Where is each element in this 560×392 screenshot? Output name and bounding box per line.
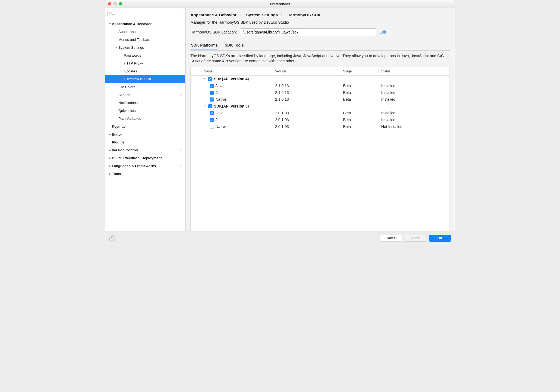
sdk-row-status: Installed bbox=[379, 90, 450, 95]
sidebar-item-label: Path Variables bbox=[118, 117, 141, 121]
sidebar-item-label: Plugins bbox=[112, 140, 125, 144]
sdk-group-row[interactable]: ▼SDK(API Version 4) bbox=[191, 76, 450, 82]
sdk-row-status: Installed bbox=[379, 111, 450, 115]
breadcrumb-segment[interactable]: System Settings bbox=[246, 13, 278, 17]
sidebar-item-label: File Colors bbox=[118, 85, 135, 89]
sidebar-item-system-settings[interactable]: ▼System Settings bbox=[105, 44, 185, 51]
sidebar-item-updates[interactable]: Updates bbox=[105, 67, 185, 75]
sdk-group-checkbox[interactable] bbox=[208, 77, 212, 81]
sdk-location-label: HarmonyOS SDK Location: bbox=[190, 30, 237, 34]
chevron-right-icon[interactable]: ▶ bbox=[108, 157, 112, 160]
help-button[interactable]: ? bbox=[109, 235, 115, 241]
sdk-row-name: Java bbox=[216, 111, 224, 115]
sidebar-item-file-colors[interactable]: File Colors⧉ bbox=[105, 83, 185, 91]
sidebar-item-http-proxy[interactable]: HTTP Proxy bbox=[105, 59, 185, 67]
dialog-footer: ? Cancel Apply OK bbox=[105, 231, 455, 245]
chevron-down-icon[interactable]: ▼ bbox=[115, 46, 118, 49]
copy-settings-icon[interactable]: ⧉ bbox=[180, 148, 183, 152]
sidebar-item-label: Quick Lists bbox=[118, 109, 136, 113]
sdk-row-stage: Beta bbox=[340, 84, 379, 88]
sdk-row-checkbox[interactable] bbox=[210, 97, 214, 102]
sidebar-item-notifications[interactable]: Notifications bbox=[105, 99, 185, 107]
sdk-row-checkbox[interactable] bbox=[210, 118, 214, 122]
tab-sdk-tools[interactable]: SDK Tools bbox=[224, 41, 244, 50]
preferences-window: Preferences ▾ ▼Appearance & BehaviorAppe… bbox=[105, 0, 455, 245]
breadcrumb-segment[interactable]: Appearance & Behavior bbox=[190, 13, 236, 17]
sdk-row[interactable]: Js2.0.1.93BetaInstalled bbox=[191, 117, 450, 123]
sdk-row[interactable]: Native2.1.0.13BetaInstalled bbox=[191, 96, 450, 103]
sidebar-item-plugins[interactable]: Plugins bbox=[105, 138, 185, 146]
apply-button[interactable]: Apply bbox=[405, 235, 426, 242]
sidebar-item-editor[interactable]: ▶Editor bbox=[105, 130, 185, 138]
chevron-right-icon[interactable]: ▶ bbox=[108, 172, 112, 175]
copy-settings-icon[interactable]: ⧉ bbox=[180, 85, 183, 89]
search-input[interactable] bbox=[107, 10, 183, 17]
sdk-row[interactable]: Js2.1.0.13BetaInstalled bbox=[191, 89, 450, 96]
chevron-down-icon[interactable]: ▼ bbox=[203, 78, 207, 80]
sidebar-item-keymap[interactable]: Keymap bbox=[105, 122, 185, 130]
col-name: Name bbox=[191, 67, 272, 75]
sidebar-item-version-control[interactable]: ▶Version Control⧉ bbox=[105, 146, 185, 154]
sidebar-item-label: Updates bbox=[124, 69, 137, 73]
chevron-right-icon[interactable]: ▶ bbox=[108, 164, 112, 167]
svg-line-1 bbox=[112, 14, 113, 15]
sdk-row-name: Js bbox=[216, 90, 219, 95]
sdk-group-name: SDK(API Version 4) bbox=[214, 77, 249, 81]
sidebar-item-path-variables[interactable]: Path Variables bbox=[105, 115, 185, 122]
sdk-tabs: SDK Platforms SDK Tools bbox=[190, 41, 450, 51]
ok-button[interactable]: OK bbox=[429, 235, 451, 242]
sdk-row-checkbox[interactable] bbox=[210, 84, 214, 88]
sdk-row-version: 2.0.1.93 bbox=[272, 111, 340, 115]
chevron-down-icon[interactable]: ▼ bbox=[203, 105, 207, 108]
cancel-button[interactable]: Cancel bbox=[380, 235, 402, 242]
sidebar-item-label: Passwords bbox=[124, 53, 141, 57]
sidebar-item-languages-frameworks[interactable]: ▶Languages & Frameworks⧉ bbox=[105, 162, 185, 170]
search-history-chevron-icon[interactable]: ▾ bbox=[113, 13, 114, 16]
sidebar-item-menus-and-toolbars[interactable]: Menus and Toolbars bbox=[105, 36, 185, 44]
close-window-icon[interactable] bbox=[108, 2, 111, 5]
col-stage: Stage bbox=[340, 67, 379, 75]
copy-settings-icon[interactable]: ⧉ bbox=[180, 93, 183, 97]
sdk-row-checkbox[interactable] bbox=[210, 91, 214, 95]
edit-sdk-location-link[interactable]: Edit bbox=[379, 30, 386, 34]
sidebar-item-label: Build, Execution, Deployment bbox=[112, 156, 162, 160]
sidebar-item-tools[interactable]: ▶Tools bbox=[105, 170, 185, 178]
sidebar-item-appearance[interactable]: Appearance bbox=[105, 28, 185, 36]
sidebar-item-label: Tools bbox=[112, 172, 121, 176]
chevron-right-icon: 〉 bbox=[239, 12, 243, 17]
chevron-right-icon[interactable]: ▶ bbox=[108, 149, 112, 152]
tab-sdk-platforms[interactable]: SDK Platforms bbox=[190, 41, 218, 50]
sdk-row[interactable]: Java2.1.0.13BetaInstalled bbox=[191, 82, 450, 89]
sidebar-item-label: Languages & Frameworks bbox=[112, 164, 156, 168]
col-status: Status bbox=[379, 67, 450, 75]
sdk-platforms-help-text: The HarmonyOS SDKs are classified by lan… bbox=[190, 51, 450, 67]
settings-tree: ▼Appearance & BehaviorAppearanceMenus an… bbox=[105, 19, 185, 231]
zoom-window-icon[interactable] bbox=[119, 2, 122, 5]
sdk-row-checkbox[interactable] bbox=[210, 111, 214, 115]
sidebar-item-scopes[interactable]: Scopes⧉ bbox=[105, 91, 185, 99]
chevron-down-icon[interactable]: ▼ bbox=[108, 22, 112, 25]
sidebar-item-label: Menus and Toolbars bbox=[118, 38, 150, 42]
settings-sidebar: ▾ ▼Appearance & BehaviorAppearanceMenus … bbox=[105, 8, 186, 231]
chevron-right-icon[interactable]: ▶ bbox=[108, 133, 112, 136]
sdk-row[interactable]: Java2.0.1.93BetaInstalled bbox=[191, 110, 450, 117]
sdk-group-checkbox[interactable] bbox=[208, 104, 212, 108]
sdk-group-row[interactable]: ▼SDK(API Version 3) bbox=[191, 103, 450, 110]
sdk-row-version: 2.1.0.13 bbox=[272, 97, 340, 102]
sdk-row-status: Installed bbox=[379, 97, 450, 102]
search-input-wrapper: ▾ bbox=[107, 10, 183, 17]
sdk-location-input[interactable] bbox=[240, 28, 376, 36]
sidebar-item-build-execution-deployment[interactable]: ▶Build, Execution, Deployment bbox=[105, 154, 185, 162]
sdk-table: Name Version Stage Status ▼SDK(API Versi… bbox=[190, 67, 450, 231]
minimize-window-icon[interactable] bbox=[113, 2, 117, 5]
sdk-row-name: Native bbox=[216, 124, 226, 129]
sidebar-item-appearance-behavior[interactable]: ▼Appearance & Behavior bbox=[105, 20, 185, 28]
sdk-row[interactable]: Native2.0.1.93BetaNot Installed bbox=[191, 123, 450, 130]
window-title: Preferences bbox=[270, 2, 290, 6]
sidebar-item-harmonyos-sdk[interactable]: HarmonyOS SDK bbox=[105, 75, 185, 83]
sdk-row-checkbox[interactable] bbox=[210, 125, 214, 129]
sidebar-item-passwords[interactable]: Passwords bbox=[105, 51, 185, 59]
copy-settings-icon[interactable]: ⧉ bbox=[180, 164, 183, 168]
sdk-row-version: 2.0.1.93 bbox=[272, 118, 340, 122]
sidebar-item-quick-lists[interactable]: Quick Lists bbox=[105, 107, 185, 115]
